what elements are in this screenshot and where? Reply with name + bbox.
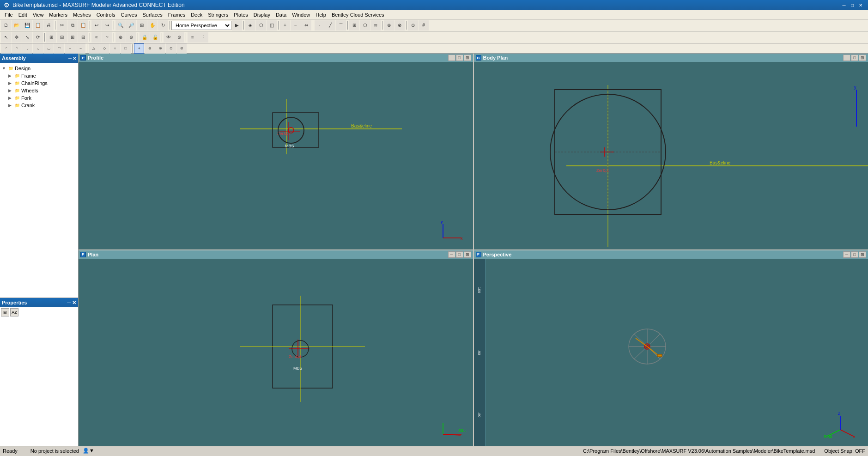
wireframe-button[interactable]: ⬡ (256, 20, 266, 30)
curve-tool-2[interactable]: ◝ (12, 43, 22, 54)
menu-bentley[interactable]: Bentley Cloud Services (329, 11, 387, 18)
save-button[interactable]: 💾 (22, 20, 32, 30)
viewport-bodyplan-canvas[interactable]: Bas&eline Zer&pt (474, 62, 868, 249)
show-button[interactable]: 👁 (164, 32, 174, 43)
redo-button[interactable]: ↪ (102, 20, 112, 30)
curve-tool-8[interactable]: ⌢ (75, 43, 85, 54)
prop-sort-az-button[interactable]: AZ (10, 308, 18, 316)
poly-tool-1[interactable]: △ (89, 43, 99, 54)
viewport-profile-canvas[interactable]: Bas&eline Zer&pt MBS (79, 62, 473, 249)
snap-tool-3[interactable]: ⊗ (155, 43, 165, 54)
unlock-button[interactable]: 🔓 (150, 32, 160, 43)
zoom-in-button[interactable]: 🔍 (115, 20, 126, 30)
viewport-perspective-maximize[interactable]: ⊞ (859, 251, 866, 258)
cut-button[interactable]: ✂ (57, 20, 67, 30)
menu-data[interactable]: Data (273, 11, 289, 18)
viewport-perspective-canvas[interactable]: 100 -90 -80 (474, 259, 868, 446)
properties-minimize-button[interactable]: ─ (67, 300, 71, 305)
scale-button[interactable]: ⤡ (22, 32, 32, 43)
open-button[interactable]: 📂 (12, 20, 22, 30)
add-col-button[interactable]: ⊞ (67, 32, 78, 43)
move-button[interactable]: ✥ (12, 32, 22, 43)
poly-tool-4[interactable]: □ (121, 43, 131, 54)
snap-tool-5[interactable]: ⊘ (176, 43, 187, 54)
maximize-button[interactable]: □ (849, 1, 856, 9)
tree-item-chainrings[interactable]: ▶ 📁 ChainRings (2, 79, 76, 87)
curve-tool-4[interactable]: ◟ (33, 43, 43, 54)
close-button[interactable]: ✕ (857, 1, 864, 9)
fair-button[interactable]: ≈ (91, 32, 102, 43)
remove-col-button[interactable]: ⊟ (78, 32, 88, 43)
snap-tool-4[interactable]: ⊙ (166, 43, 176, 54)
mirror-button[interactable]: ⇔ (301, 20, 311, 30)
minimize-button[interactable]: ─ (840, 1, 848, 9)
curve-tool-5[interactable]: ◡ (43, 43, 54, 54)
viewport-plan-restore[interactable]: □ (456, 251, 463, 258)
copy-button[interactable]: ⧉ (67, 20, 78, 30)
zoom-fit-button[interactable]: ⊞ (137, 20, 147, 30)
select-button[interactable]: ↖ (1, 32, 11, 43)
menu-meshes[interactable]: Meshes (70, 11, 94, 18)
menu-stringers[interactable]: Stringers (205, 11, 231, 18)
print-button[interactable]: 🖨 (43, 20, 54, 30)
intersect-button[interactable]: ⊗ (395, 20, 405, 30)
properties-close-button[interactable]: ✕ (72, 300, 76, 305)
hide-button[interactable]: ⊘ (174, 32, 184, 43)
snap-tool-1[interactable]: ⌖ (134, 43, 144, 54)
pan-button[interactable]: ✋ (147, 20, 158, 30)
menu-file[interactable]: File (2, 11, 16, 18)
marker-remove-button[interactable]: ⊖ (126, 32, 136, 43)
marker-add-button[interactable]: ⊕ (115, 32, 126, 43)
menu-plates[interactable]: Plates (231, 11, 251, 18)
distribute-button[interactable]: ⋮ (198, 32, 208, 43)
line-button[interactable]: ╱ (325, 20, 335, 30)
tree-item-frame[interactable]: ▶ 📁 Frame (2, 72, 76, 79)
poly-tool-3[interactable]: ○ (110, 43, 120, 54)
remove-row-button[interactable]: ⊟ (57, 32, 67, 43)
viewport-perspective-minimize[interactable]: ─ (843, 251, 850, 258)
curve-button[interactable]: ⌒ (336, 20, 346, 30)
add-row-button[interactable]: ⊞ (46, 32, 56, 43)
assembly-close-button[interactable]: ✕ (73, 56, 76, 61)
curve-tool-6[interactable]: ◠ (54, 43, 64, 54)
point-button[interactable]: · (315, 20, 325, 30)
menu-deck[interactable]: Deck (188, 11, 205, 18)
menu-window[interactable]: Window (289, 11, 313, 18)
viewport-bodyplan-maximize[interactable]: ⊞ (859, 55, 866, 61)
mesh-button[interactable]: ⊞ (349, 20, 359, 30)
viewport-bodyplan-restore[interactable]: □ (851, 55, 858, 61)
delete-surface-button[interactable]: − (291, 20, 301, 30)
undo-button[interactable]: ↩ (91, 20, 102, 30)
rotate-button[interactable]: ↻ (158, 20, 168, 30)
save-all-button[interactable]: 📋 (33, 20, 43, 30)
viewport-plan-maximize[interactable]: ⊞ (464, 251, 471, 258)
shaded-button[interactable]: ◫ (267, 20, 277, 30)
menu-help[interactable]: Help (313, 11, 329, 18)
new-button[interactable]: 🗋 (1, 20, 11, 30)
curve-tool-1[interactable]: ◜ (1, 43, 11, 54)
menu-frames[interactable]: Frames (165, 11, 188, 18)
smooth-button[interactable]: ~ (102, 32, 112, 43)
menu-markers[interactable]: Markers (46, 11, 70, 18)
zoom-out-button[interactable]: 🔎 (126, 20, 136, 30)
menu-edit[interactable]: Edit (16, 11, 30, 18)
menu-surfaces[interactable]: Surfaces (140, 11, 165, 18)
nurbs-button[interactable]: ≋ (370, 20, 381, 30)
snap-tool-2[interactable]: ⊕ (145, 43, 155, 54)
add-surface-button[interactable]: + (280, 20, 290, 30)
menu-display[interactable]: Display (251, 11, 273, 18)
menu-curves[interactable]: Curves (118, 11, 140, 18)
perspective-dropdown[interactable]: Home Perspective Front Back Left Right T… (171, 21, 231, 30)
snap-button[interactable]: ⊙ (408, 20, 418, 30)
menu-controls[interactable]: Controls (94, 11, 118, 18)
tree-item-wheels[interactable]: ▶ 📁 Wheels (2, 87, 76, 94)
tree-item-fork[interactable]: ▶ 📁 Fork (2, 94, 76, 102)
poly-tool-2[interactable]: ◇ (99, 43, 109, 54)
rotate-3d-button[interactable]: ⟳ (33, 32, 43, 43)
render-button[interactable]: ◈ (245, 20, 255, 30)
viewport-profile-restore[interactable]: □ (456, 55, 463, 61)
perspective-go-button[interactable]: ▶ (232, 20, 242, 30)
status-user-icon[interactable]: 👤▼ (83, 448, 94, 454)
align-button[interactable]: ≡ (188, 32, 198, 43)
boolean-button[interactable]: ⊕ (384, 20, 394, 30)
